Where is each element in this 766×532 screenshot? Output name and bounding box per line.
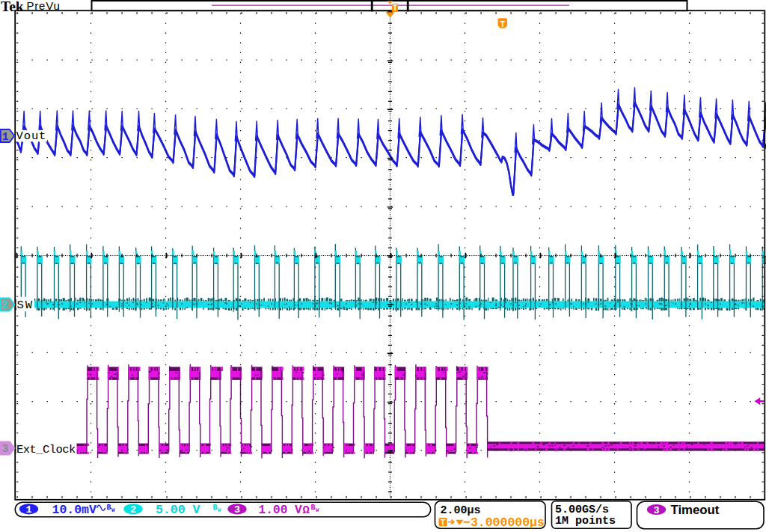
svg-text:3: 3 bbox=[2, 443, 9, 455]
svg-text:1.00 V: 1.00 V bbox=[259, 504, 303, 517]
svg-text:Vout: Vout bbox=[16, 129, 47, 143]
svg-text:B: B bbox=[107, 504, 111, 512]
svg-text:5.00 V: 5.00 V bbox=[156, 503, 200, 517]
svg-text:Ext_Clock: Ext_Clock bbox=[16, 443, 76, 456]
svg-text:2: 2 bbox=[2, 299, 9, 311]
svg-text:10.0mV: 10.0mV bbox=[52, 503, 97, 517]
svg-text:T: T bbox=[500, 19, 505, 28]
svg-text:2.00µs: 2.00µs bbox=[441, 504, 481, 517]
svg-text:1: 1 bbox=[25, 504, 31, 516]
svg-text:T: T bbox=[393, 3, 398, 12]
svg-text:1: 1 bbox=[2, 131, 9, 143]
svg-text:Tek: Tek bbox=[1, 0, 24, 14]
svg-text:PreVu: PreVu bbox=[27, 0, 61, 12]
svg-text:1M points: 1M points bbox=[555, 515, 616, 528]
svg-text:W: W bbox=[316, 507, 319, 513]
svg-text:W: W bbox=[218, 507, 221, 513]
svg-text:−3.000000µs: −3.000000µs bbox=[463, 516, 545, 530]
svg-text:B: B bbox=[311, 504, 316, 512]
svg-text:3: 3 bbox=[234, 504, 240, 516]
svg-text:Ω: Ω bbox=[303, 504, 310, 517]
svg-text:SW: SW bbox=[17, 299, 34, 312]
svg-text:2: 2 bbox=[130, 504, 136, 516]
svg-text:W: W bbox=[111, 507, 115, 513]
svg-text:Timeout: Timeout bbox=[671, 503, 720, 517]
svg-text:T: T bbox=[441, 518, 446, 527]
svg-text:3: 3 bbox=[653, 505, 659, 516]
svg-text:B: B bbox=[213, 504, 218, 512]
